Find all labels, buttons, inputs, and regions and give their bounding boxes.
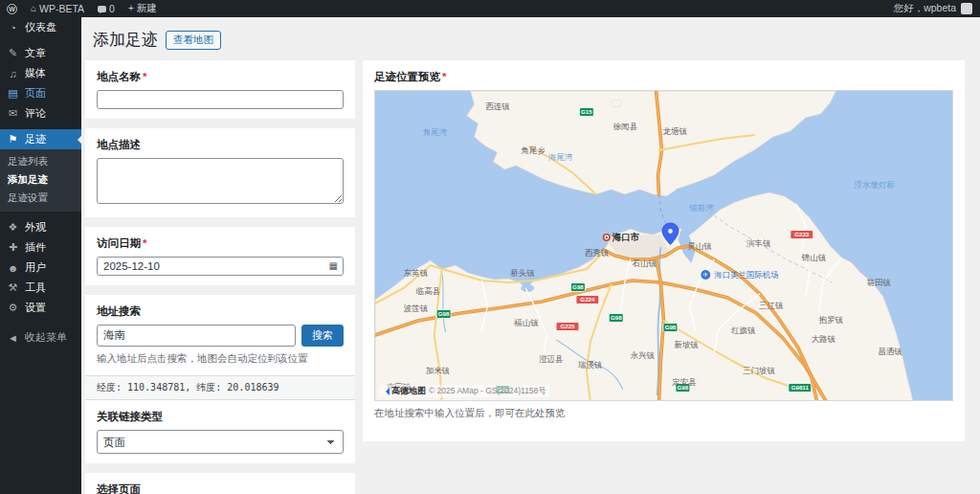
user-icon: ☻ <box>7 262 19 274</box>
sidebar-item-comments[interactable]: ✉ 评论 <box>0 103 81 124</box>
date-field-block: 访问日期* ▦ <box>85 227 355 285</box>
highway-shield-label: G225 <box>560 323 575 329</box>
map-label-town: 灵山镇 <box>687 241 712 251</box>
sidebar-item-settings[interactable]: ⚙ 设置 <box>0 298 81 318</box>
map-label-town: 翁田镇 <box>866 278 891 287</box>
comment-bubble-icon <box>98 6 106 12</box>
map-label-town: 演丰镇 <box>746 238 771 248</box>
place-name-input[interactable] <box>97 90 344 109</box>
map-label-town: 福山镇 <box>513 318 539 327</box>
search-help-text: 输入地址后点击搜索，地图会自动定位到该位置 <box>97 352 344 366</box>
view-map-button[interactable]: 查看地图 <box>166 31 221 50</box>
map-label-town: 大路镇 <box>812 334 836 344</box>
plugin-icon: ✚ <box>7 241 19 254</box>
comments-icon: ✉ <box>7 107 19 120</box>
name-field-block: 地点名称* <box>85 60 355 119</box>
map-label-town: 石山镇 <box>633 258 657 268</box>
highway-shield-label: G98 <box>572 283 584 290</box>
map-label-water: 角尾湾 <box>423 127 448 137</box>
amap-logo-icon <box>382 388 390 395</box>
address-search-input[interactable] <box>97 325 296 347</box>
map-canvas[interactable]: G15G98G98G98G98G98G98G9811G224G225G223西连… <box>374 90 953 401</box>
place-description-textarea[interactable] <box>97 158 344 204</box>
amap-map[interactable]: G15G98G98G98G98G98G98G9811G224G225G223西连… <box>375 91 952 401</box>
collapse-arrow-icon: ◄ <box>7 332 19 344</box>
appearance-icon: ❖ <box>7 221 19 234</box>
sidebar-label: 外观 <box>25 220 46 235</box>
sidebar-item-dashboard[interactable]: ◔ 仪表盘 <box>0 17 81 37</box>
map-label-town: 波莲镇 <box>404 303 429 313</box>
map-label-town: 三门坡镇 <box>743 366 775 375</box>
highway-shield-label: G98 <box>438 310 450 317</box>
flag-icon: ⚑ <box>7 133 19 146</box>
new-content-menu[interactable]: + 新建 <box>122 0 164 17</box>
submenu-footprint-list[interactable]: 足迹列表 <box>0 152 81 170</box>
sidebar-item-posts[interactable]: ✎ 文章 <box>0 43 81 63</box>
description-label: 地点描述 <box>97 138 344 152</box>
submenu-add-footprint[interactable]: 添加足迹 <box>0 170 81 189</box>
highway-shield-label: G223 <box>794 231 810 237</box>
sidebar-label: 文章 <box>25 46 46 60</box>
comments-count: 0 <box>109 3 115 14</box>
main-content: 添加足迹 查看地图 地点名称* 地点描述 访问日期* ▦ <box>81 17 980 494</box>
map-label-water: 浮水墩灯标 <box>855 180 896 190</box>
wordpress-menu[interactable]: W <box>0 0 24 17</box>
sidebar-item-plugins[interactable]: ✚ 插件 <box>0 237 81 258</box>
sidebar-item-users[interactable]: ☻ 用户 <box>0 258 81 278</box>
gear-icon: ⚙ <box>7 302 19 314</box>
plus-icon: + <box>128 4 134 13</box>
calendar-icon[interactable]: ▦ <box>329 260 338 271</box>
sidebar-label: 插件 <box>25 240 46 255</box>
map-label-town: 加来镇 <box>426 366 451 375</box>
map-label-town: 瑞溪镇 <box>578 360 603 370</box>
map-attribution: 高德地图 © 2025 AMap - GS(2024)1158号 <box>379 385 549 397</box>
sidebar-item-pages[interactable]: ▤ 页面 <box>0 83 81 103</box>
comments-indicator[interactable]: 0 <box>91 0 122 17</box>
map-label-city: 海口市 <box>612 232 640 242</box>
map-preview-card: 足迹位置预览* G15G98G98G98G98G98G98G9811G224G2… <box>363 60 965 441</box>
highway-shield-label: G98 <box>665 324 677 330</box>
submenu-footprint-settings[interactable]: 足迹设置 <box>0 189 81 207</box>
pages-icon: ▤ <box>7 87 19 100</box>
tools-icon: ⚒ <box>7 281 19 294</box>
map-preview-help: 在地址搜索中输入位置后，即可在此处预览 <box>374 407 953 420</box>
sidebar-item-footprints[interactable]: ⚑ 足迹 <box>0 129 81 149</box>
map-label-town: 红旗镇 <box>731 326 756 335</box>
pencil-icon: ✎ <box>7 47 19 59</box>
map-label-town: 三江镇 <box>759 301 784 310</box>
new-label: 新建 <box>137 2 157 15</box>
admin-sidebar: ◔ 仪表盘 ✎ 文章 ♫ 媒体 ▤ 页面 ✉ 评论 ⚑ 足迹 足迹列表 添加足迹… <box>0 17 81 494</box>
map-label-town: 临高县 <box>416 286 441 296</box>
sidebar-item-media[interactable]: ♫ 媒体 <box>0 63 81 83</box>
visit-date-input[interactable] <box>97 257 344 276</box>
plane-glyph: ✈ <box>703 271 709 278</box>
map-label-airport: 海口美兰国际机场 <box>714 270 779 280</box>
page-select-block: 选择页面 -- 选择页面 -- <box>85 473 355 494</box>
map-label-town: 永兴镇 <box>631 350 656 360</box>
page-title: 添加足迹 <box>93 29 158 51</box>
highway-shield-label: G9811 <box>791 384 810 391</box>
search-button[interactable]: 搜索 <box>301 325 344 347</box>
map-label-town: 东英镇 <box>404 268 429 278</box>
highway-shield-label: G224 <box>580 296 595 303</box>
map-copyright: © 2025 AMap - GS(2024)1158号 <box>429 386 546 397</box>
sidebar-label: 仪表盘 <box>25 20 56 34</box>
sidebar-label: 评论 <box>25 106 46 121</box>
description-field-block: 地点描述 <box>85 128 355 217</box>
media-icon: ♫ <box>7 68 19 79</box>
sidebar-item-tools[interactable]: ⚒ 工具 <box>0 278 81 298</box>
map-label-water: 海尾湾 <box>548 152 573 162</box>
name-label: 地点名称* <box>97 70 344 84</box>
sidebar-label: 页面 <box>25 86 46 101</box>
home-icon: ⌂ <box>31 4 36 13</box>
map-label-town: 徐闻县 <box>613 122 638 131</box>
map-label-town: 新坡镇 <box>674 340 699 349</box>
collapse-menu-button[interactable]: ◄ 收起菜单 <box>0 327 81 348</box>
map-label-town: 龙塘镇 <box>663 126 688 136</box>
highway-shield-label: G15 <box>581 108 592 115</box>
account-menu[interactable]: 您好，wpbeta <box>894 2 980 15</box>
link-type-select[interactable]: 页面 <box>97 430 344 454</box>
map-label-town: 定安县 <box>671 377 697 387</box>
site-link[interactable]: ⌂ WP-BETA <box>24 0 91 17</box>
sidebar-item-appearance[interactable]: ❖ 外观 <box>0 217 81 237</box>
